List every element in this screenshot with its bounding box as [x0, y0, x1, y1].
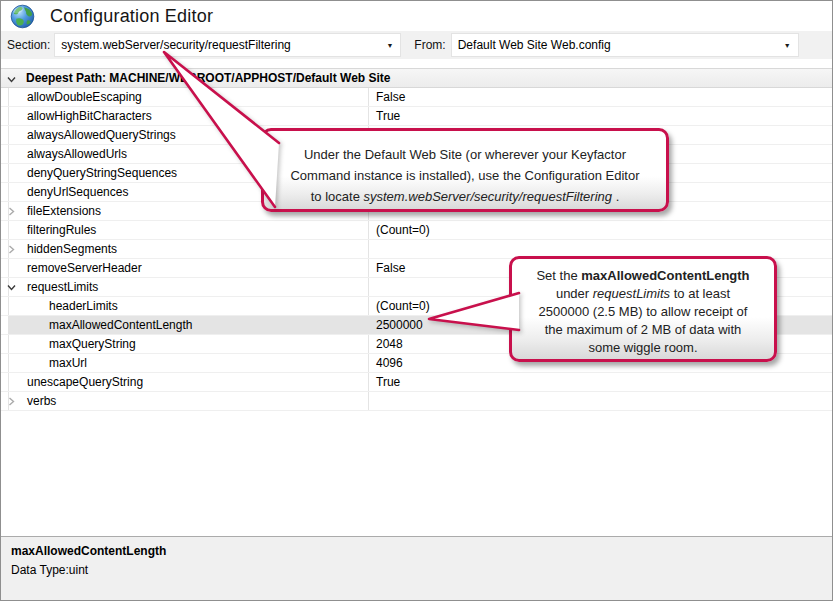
- annotation-text-segment: under: [556, 286, 593, 301]
- property-name-cell[interactable]: requestLimits: [9, 278, 369, 296]
- property-name: headerLimits: [49, 299, 118, 313]
- property-value: False: [376, 90, 405, 104]
- annotation-text-segment: Set the: [536, 268, 581, 283]
- annotation-text-segment: system.webServer/security/requestFilteri…: [364, 189, 613, 204]
- property-value: True: [376, 375, 400, 389]
- page-title: Configuration Editor: [50, 6, 213, 27]
- property-name-cell[interactable]: unescapeQueryString: [9, 373, 369, 391]
- globe-icon: [10, 4, 35, 29]
- annotation-text-line: 2500000 (2.5 MB) to allow receipt of: [512, 303, 774, 321]
- property-name: requestLimits: [27, 280, 98, 294]
- row-gutter: [1, 335, 9, 353]
- annotation-text-segment: .: [612, 189, 619, 204]
- section-label: Section:: [7, 38, 50, 52]
- property-name-cell[interactable]: hiddenSegments: [9, 240, 369, 258]
- property-name: denyQueryStringSequences: [27, 166, 177, 180]
- property-value: 2500000: [376, 318, 423, 332]
- row-gutter: [1, 107, 9, 125]
- property-name-cell[interactable]: maxUrl: [9, 354, 369, 372]
- property-name: maxQueryString: [49, 337, 136, 351]
- annotation-text-line: Under the Default Web Site (or wherever …: [264, 144, 666, 165]
- chevron-right-icon[interactable]: [7, 207, 16, 216]
- row-gutter: [1, 88, 9, 106]
- titlebar: Configuration Editor: [1, 1, 832, 31]
- property-value-cell[interactable]: [369, 392, 832, 410]
- property-name: verbs: [27, 394, 56, 408]
- property-value: (Count=0): [376, 223, 430, 237]
- row-gutter: [1, 316, 9, 334]
- row-gutter: [1, 164, 9, 182]
- annotation-text-line: to locate system.webServer/security/requ…: [264, 186, 666, 207]
- row-gutter: [1, 126, 9, 144]
- property-value-cell[interactable]: (Count=0): [369, 221, 832, 239]
- from-label: From:: [414, 38, 445, 52]
- property-name-cell[interactable]: allowHighBitCharacters: [9, 107, 369, 125]
- property-value-cell[interactable]: True: [369, 107, 832, 125]
- row-gutter: [1, 221, 9, 239]
- annotation-text-segment: some wiggle room.: [588, 340, 697, 355]
- property-value-cell[interactable]: True: [369, 373, 832, 391]
- selected-property-name: maxAllowedContentLength: [11, 544, 822, 558]
- annotation-text-segment: Command instance is installed), use the …: [290, 168, 639, 183]
- annotation-text-line: Set the maxAllowedContentLength: [512, 267, 774, 285]
- grid-group-header-label: Deepest Path: MACHINE/WEBROOT/APPHOST/De…: [26, 71, 390, 85]
- annotation-text-segment: to locate: [311, 189, 364, 204]
- property-name: hiddenSegments: [27, 242, 117, 256]
- property-name: filteringRules: [27, 223, 96, 237]
- dropdown-arrow-icon[interactable]: ▼: [784, 42, 791, 49]
- grid-row[interactable]: unescapeQueryStringTrue: [1, 373, 832, 392]
- section-dropdown[interactable]: system.webServer/security/requestFilteri…: [54, 33, 401, 57]
- annotation-text-segment: the maximum of 2 MB of data with: [545, 322, 742, 337]
- row-gutter: [1, 145, 9, 163]
- selected-property-data-type: Data Type:uint: [11, 563, 822, 577]
- property-name-cell[interactable]: allowDoubleEscaping: [9, 88, 369, 106]
- row-gutter: [1, 354, 9, 372]
- property-name-cell[interactable]: maxQueryString: [9, 335, 369, 353]
- property-name-cell[interactable]: verbs: [9, 392, 369, 410]
- property-name: allowHighBitCharacters: [27, 109, 152, 123]
- property-name-cell[interactable]: removeServerHeader: [9, 259, 369, 277]
- annotation-text-line: some wiggle room.: [512, 339, 774, 357]
- property-name: alwaysAllowedUrls: [27, 147, 127, 161]
- chevron-down-icon[interactable]: [7, 283, 16, 292]
- property-value: (Count=0): [376, 299, 430, 313]
- chevron-right-icon[interactable]: [7, 397, 16, 406]
- annotation-callout-maxlength: Set the maxAllowedContentLengthunder req…: [509, 256, 777, 362]
- property-value: 2048: [376, 337, 403, 351]
- from-dropdown-value: Default Web Site Web.config: [458, 38, 611, 52]
- property-name: allowDoubleEscaping: [27, 90, 142, 104]
- property-value: True: [376, 109, 400, 123]
- dropdown-arrow-icon[interactable]: ▼: [386, 42, 393, 49]
- property-value: False: [376, 261, 405, 275]
- toolbar: Section: system.webServer/security/reque…: [1, 31, 832, 59]
- property-name: denyUrlSequences: [27, 185, 128, 199]
- property-value-cell[interactable]: False: [369, 88, 832, 106]
- annotation-text-segment: maxAllowedContentLength: [581, 268, 749, 283]
- property-value: 4096: [376, 356, 403, 370]
- annotation-text-line: under requestLimits to at least: [512, 285, 774, 303]
- property-name: maxAllowedContentLength: [49, 318, 192, 332]
- grid-row[interactable]: allowHighBitCharactersTrue: [1, 107, 832, 126]
- grid-row[interactable]: allowDoubleEscapingFalse: [1, 88, 832, 107]
- property-name-cell[interactable]: maxAllowedContentLength: [9, 316, 369, 334]
- row-gutter: [1, 259, 9, 277]
- property-name-cell[interactable]: filteringRules: [9, 221, 369, 239]
- chevron-down-icon[interactable]: [7, 75, 16, 84]
- property-name: alwaysAllowedQueryStrings: [27, 128, 176, 142]
- grid-group-header[interactable]: Deepest Path: MACHINE/WEBROOT/APPHOST/De…: [1, 68, 832, 88]
- status-panel: maxAllowedContentLength Data Type:uint: [1, 536, 832, 600]
- annotation-text-line: Command instance is installed), use the …: [264, 165, 666, 186]
- row-gutter: [1, 183, 9, 201]
- from-dropdown[interactable]: Default Web Site Web.config ▼: [451, 33, 799, 57]
- property-name-cell[interactable]: headerLimits: [9, 297, 369, 315]
- annotation-text-line: the maximum of 2 MB of data with: [512, 321, 774, 339]
- grid-row[interactable]: verbs: [1, 392, 832, 411]
- annotation-text-segment: 2500000 (2.5 MB) to allow receipt of: [539, 304, 748, 319]
- row-gutter: [1, 297, 9, 315]
- grid-row[interactable]: filteringRules(Count=0): [1, 221, 832, 240]
- configuration-editor-window: Configuration Editor Section: system.web…: [0, 0, 833, 601]
- annotation-text-segment: Under the Default Web Site (or wherever …: [304, 147, 626, 162]
- chevron-right-icon[interactable]: [7, 245, 16, 254]
- property-name: removeServerHeader: [27, 261, 142, 275]
- annotation-text-segment: requestLimits: [593, 286, 670, 301]
